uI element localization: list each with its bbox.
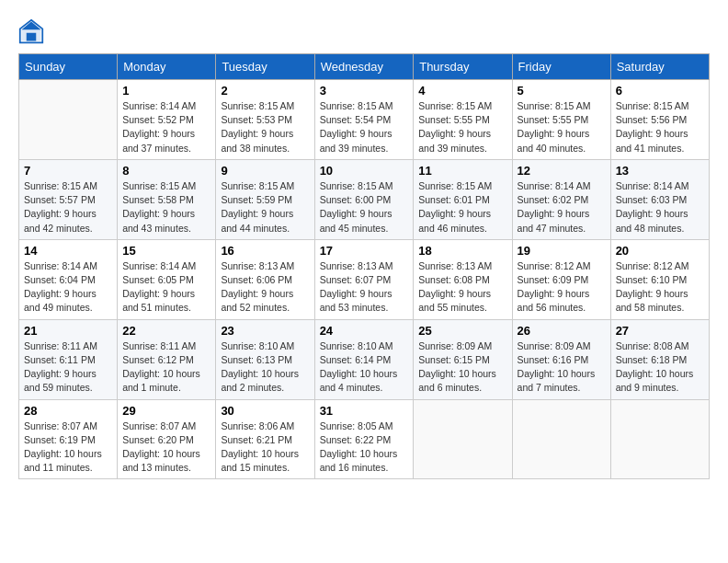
day-number: 5 — [518, 84, 606, 98]
day-info: Sunrise: 8:13 AMSunset: 6:06 PMDaylight:… — [221, 259, 309, 316]
calendar-week-row: 7Sunrise: 8:15 AMSunset: 5:57 PMDaylight… — [19, 159, 710, 239]
day-number: 1 — [122, 84, 210, 98]
weekday-header-tuesday: Tuesday — [216, 54, 314, 80]
day-info: Sunrise: 8:14 AMSunset: 6:04 PMDaylight:… — [24, 259, 112, 316]
weekday-header-wednesday: Wednesday — [314, 54, 414, 80]
day-number: 23 — [221, 324, 309, 338]
calendar-table: SundayMondayTuesdayWednesdayThursdayFrid… — [18, 53, 710, 479]
calendar-day-cell: 1Sunrise: 8:14 AMSunset: 5:52 PMDaylight… — [118, 80, 216, 160]
calendar-day-cell: 4Sunrise: 8:15 AMSunset: 5:55 PMDaylight… — [414, 80, 512, 160]
day-info: Sunrise: 8:10 AMSunset: 6:14 PMDaylight:… — [320, 339, 409, 396]
calendar-day-cell: 21Sunrise: 8:11 AMSunset: 6:11 PMDayligh… — [19, 319, 118, 399]
day-info: Sunrise: 8:13 AMSunset: 6:08 PMDaylight:… — [418, 259, 506, 316]
calendar-day-cell: 14Sunrise: 8:14 AMSunset: 6:04 PMDayligh… — [19, 239, 118, 319]
day-info: Sunrise: 8:05 AMSunset: 6:22 PMDaylight:… — [320, 419, 409, 476]
day-info: Sunrise: 8:10 AMSunset: 6:13 PMDaylight:… — [221, 339, 309, 396]
day-number: 9 — [221, 164, 309, 178]
page-header — [18, 18, 710, 44]
day-number: 14 — [24, 244, 112, 258]
weekday-header-sunday: Sunday — [19, 54, 118, 80]
calendar-day-cell: 2Sunrise: 8:15 AMSunset: 5:53 PMDaylight… — [216, 80, 314, 160]
day-number: 11 — [418, 164, 506, 178]
day-info: Sunrise: 8:15 AMSunset: 6:00 PMDaylight:… — [320, 179, 409, 236]
day-number: 30 — [221, 404, 309, 418]
logo-icon — [18, 18, 44, 44]
calendar-day-cell: 6Sunrise: 8:15 AMSunset: 5:56 PMDaylight… — [610, 80, 709, 160]
calendar-day-cell: 29Sunrise: 8:07 AMSunset: 6:20 PMDayligh… — [118, 399, 216, 479]
calendar-day-cell: 18Sunrise: 8:13 AMSunset: 6:08 PMDayligh… — [414, 239, 512, 319]
day-number: 27 — [616, 324, 704, 338]
day-info: Sunrise: 8:14 AMSunset: 6:03 PMDaylight:… — [616, 179, 704, 236]
calendar-week-row: 1Sunrise: 8:14 AMSunset: 5:52 PMDaylight… — [19, 80, 710, 160]
day-number: 31 — [320, 404, 409, 418]
day-info: Sunrise: 8:08 AMSunset: 6:18 PMDaylight:… — [616, 339, 704, 396]
logo — [18, 18, 48, 44]
calendar-day-cell: 26Sunrise: 8:09 AMSunset: 6:16 PMDayligh… — [512, 319, 610, 399]
day-number: 12 — [518, 164, 606, 178]
calendar-day-cell — [610, 399, 709, 479]
calendar-day-cell: 9Sunrise: 8:15 AMSunset: 5:59 PMDaylight… — [216, 159, 314, 239]
weekday-header-friday: Friday — [512, 54, 610, 80]
calendar-header-row: SundayMondayTuesdayWednesdayThursdayFrid… — [19, 54, 710, 80]
calendar-day-cell: 31Sunrise: 8:05 AMSunset: 6:22 PMDayligh… — [314, 399, 414, 479]
day-info: Sunrise: 8:14 AMSunset: 5:52 PMDaylight:… — [122, 99, 210, 155]
day-info: Sunrise: 8:06 AMSunset: 6:21 PMDaylight:… — [221, 419, 309, 476]
day-number: 24 — [320, 324, 409, 338]
day-info: Sunrise: 8:12 AMSunset: 6:10 PMDaylight:… — [616, 259, 704, 316]
day-info: Sunrise: 8:07 AMSunset: 6:19 PMDaylight:… — [24, 419, 112, 476]
calendar-week-row: 14Sunrise: 8:14 AMSunset: 6:04 PMDayligh… — [19, 239, 710, 319]
day-info: Sunrise: 8:15 AMSunset: 5:58 PMDaylight:… — [122, 179, 210, 236]
day-number: 18 — [418, 244, 506, 258]
calendar-day-cell: 19Sunrise: 8:12 AMSunset: 6:09 PMDayligh… — [512, 239, 610, 319]
day-info: Sunrise: 8:07 AMSunset: 6:20 PMDaylight:… — [122, 419, 210, 476]
day-info: Sunrise: 8:15 AMSunset: 5:53 PMDaylight:… — [221, 99, 309, 155]
calendar-day-cell: 11Sunrise: 8:15 AMSunset: 6:01 PMDayligh… — [414, 159, 512, 239]
day-number: 22 — [122, 324, 210, 338]
day-number: 8 — [122, 164, 210, 178]
weekday-header-monday: Monday — [118, 54, 216, 80]
svg-rect-3 — [27, 33, 37, 41]
day-info: Sunrise: 8:12 AMSunset: 6:09 PMDaylight:… — [518, 259, 606, 316]
calendar-day-cell: 3Sunrise: 8:15 AMSunset: 5:54 PMDaylight… — [314, 80, 414, 160]
calendar-day-cell: 23Sunrise: 8:10 AMSunset: 6:13 PMDayligh… — [216, 319, 314, 399]
day-number: 6 — [616, 84, 704, 98]
calendar-day-cell: 16Sunrise: 8:13 AMSunset: 6:06 PMDayligh… — [216, 239, 314, 319]
day-number: 13 — [616, 164, 704, 178]
calendar-day-cell: 17Sunrise: 8:13 AMSunset: 6:07 PMDayligh… — [314, 239, 414, 319]
calendar-day-cell: 30Sunrise: 8:06 AMSunset: 6:21 PMDayligh… — [216, 399, 314, 479]
calendar-day-cell: 7Sunrise: 8:15 AMSunset: 5:57 PMDaylight… — [19, 159, 118, 239]
day-info: Sunrise: 8:11 AMSunset: 6:12 PMDaylight:… — [122, 339, 210, 396]
calendar-day-cell: 12Sunrise: 8:14 AMSunset: 6:02 PMDayligh… — [512, 159, 610, 239]
day-info: Sunrise: 8:15 AMSunset: 5:54 PMDaylight:… — [320, 99, 409, 155]
day-info: Sunrise: 8:11 AMSunset: 6:11 PMDaylight:… — [24, 339, 112, 396]
calendar-day-cell: 28Sunrise: 8:07 AMSunset: 6:19 PMDayligh… — [19, 399, 118, 479]
day-number: 17 — [320, 244, 409, 258]
calendar-day-cell: 22Sunrise: 8:11 AMSunset: 6:12 PMDayligh… — [118, 319, 216, 399]
calendar-week-row: 28Sunrise: 8:07 AMSunset: 6:19 PMDayligh… — [19, 399, 710, 479]
day-info: Sunrise: 8:14 AMSunset: 6:02 PMDaylight:… — [518, 179, 606, 236]
calendar-day-cell — [19, 80, 118, 160]
day-number: 21 — [24, 324, 112, 338]
calendar-day-cell — [414, 399, 512, 479]
calendar-day-cell: 15Sunrise: 8:14 AMSunset: 6:05 PMDayligh… — [118, 239, 216, 319]
calendar-day-cell — [512, 399, 610, 479]
calendar-week-row: 21Sunrise: 8:11 AMSunset: 6:11 PMDayligh… — [19, 319, 710, 399]
calendar-day-cell: 24Sunrise: 8:10 AMSunset: 6:14 PMDayligh… — [314, 319, 414, 399]
day-info: Sunrise: 8:15 AMSunset: 5:57 PMDaylight:… — [24, 179, 112, 236]
day-info: Sunrise: 8:09 AMSunset: 6:16 PMDaylight:… — [518, 339, 606, 396]
weekday-header-thursday: Thursday — [414, 54, 512, 80]
day-number: 20 — [616, 244, 704, 258]
calendar-day-cell: 5Sunrise: 8:15 AMSunset: 5:55 PMDaylight… — [512, 80, 610, 160]
calendar-day-cell: 10Sunrise: 8:15 AMSunset: 6:00 PMDayligh… — [314, 159, 414, 239]
day-number: 29 — [122, 404, 210, 418]
day-info: Sunrise: 8:15 AMSunset: 5:55 PMDaylight:… — [518, 99, 606, 155]
day-number: 2 — [221, 84, 309, 98]
day-info: Sunrise: 8:15 AMSunset: 5:56 PMDaylight:… — [616, 99, 704, 155]
day-number: 28 — [24, 404, 112, 418]
day-number: 26 — [518, 324, 606, 338]
weekday-header-saturday: Saturday — [610, 54, 709, 80]
day-number: 7 — [24, 164, 112, 178]
day-info: Sunrise: 8:09 AMSunset: 6:15 PMDaylight:… — [418, 339, 506, 396]
calendar-day-cell: 27Sunrise: 8:08 AMSunset: 6:18 PMDayligh… — [610, 319, 709, 399]
day-number: 15 — [122, 244, 210, 258]
